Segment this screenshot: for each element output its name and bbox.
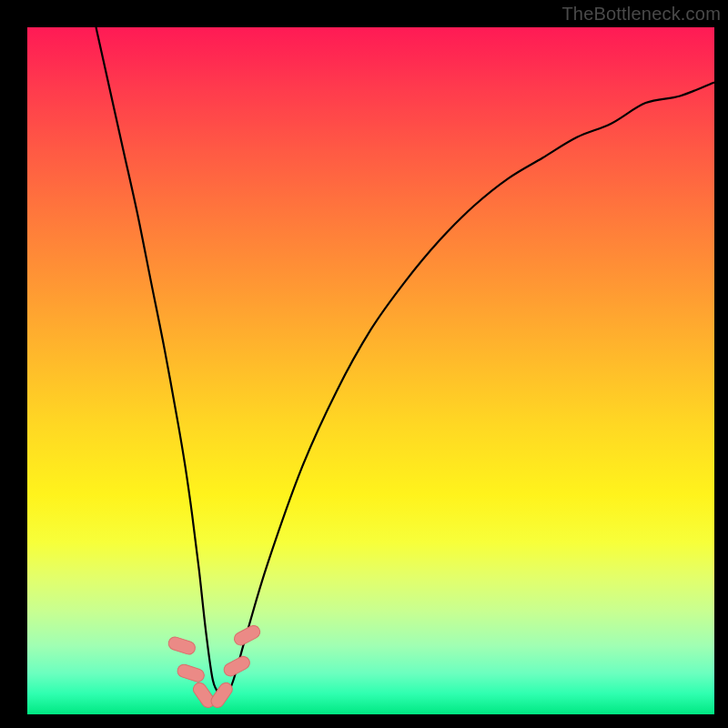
svg-rect-5 — [232, 623, 262, 647]
curve-marker — [167, 635, 197, 656]
curve-marker — [208, 681, 235, 711]
curve-marker — [232, 623, 262, 647]
chart-frame: TheBottleneck.com — [0, 0, 728, 728]
chart-plot-area — [27, 27, 714, 714]
curve-marker — [222, 654, 252, 678]
svg-rect-1 — [176, 662, 206, 683]
svg-rect-0 — [167, 635, 197, 656]
svg-rect-3 — [208, 681, 235, 711]
bottleneck-curve — [96, 27, 715, 695]
chart-svg — [27, 27, 714, 714]
watermark-text: TheBottleneck.com — [561, 4, 721, 25]
curve-marker — [176, 662, 206, 683]
svg-rect-4 — [222, 654, 252, 678]
